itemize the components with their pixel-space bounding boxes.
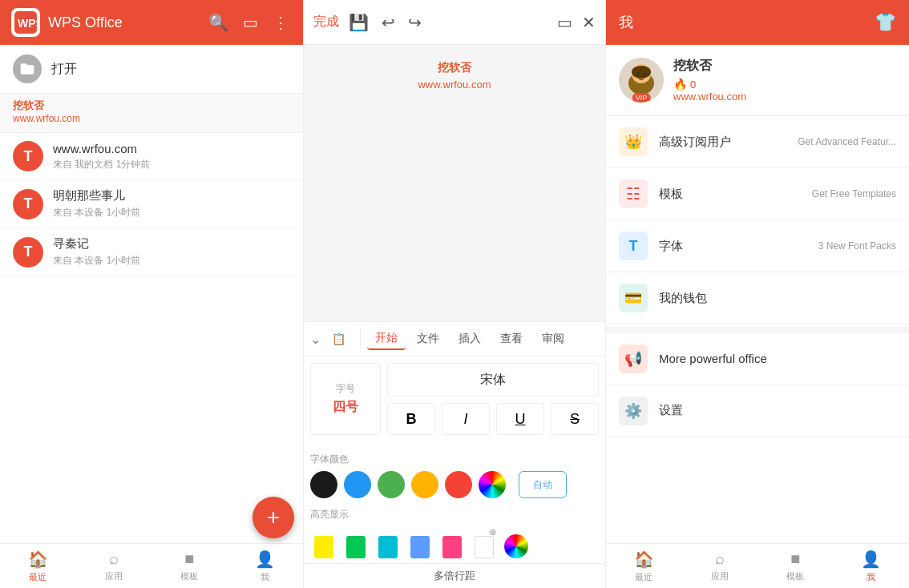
tab-file[interactable]: 文件 — [409, 328, 447, 349]
profile-name: 挖软否 — [673, 58, 712, 75]
menu-label-wallet: 我的钱包 — [659, 291, 885, 306]
templates-icon: ■ — [184, 550, 194, 568]
highlight-green[interactable] — [342, 526, 370, 558]
right-nav-label-templates: 模板 — [786, 570, 804, 582]
fab-add-button[interactable]: + — [252, 497, 294, 538]
separator — [360, 329, 361, 348]
right-nav-label-recent: 最近 — [635, 571, 652, 583]
vip-badge: VIP — [632, 93, 651, 103]
menu-item-more-power[interactable]: 📢 More powerful office — [606, 333, 909, 385]
profile-section: VIP 挖软否 🔥 0 www.wrfou.com — [606, 45, 909, 116]
right-nav-templates[interactable]: ■ 模板 — [758, 544, 834, 588]
menu-item-wallet[interactable]: 💳 我的钱包 — [606, 272, 909, 324]
save-icon[interactable]: 💾 — [345, 10, 372, 35]
list-item[interactable]: T 寻秦记 来自 本设备 1小时前 — [0, 228, 303, 276]
underline-button[interactable]: U — [496, 403, 544, 435]
file-name: 寻秦记 — [53, 236, 290, 252]
watermark-row: 挖软否 www.wrfou.com — [0, 94, 303, 133]
divider — [606, 327, 909, 333]
italic-button[interactable]: I — [442, 403, 490, 435]
fullscreen-icon[interactable]: ▭ — [554, 10, 576, 35]
highlight-yellow[interactable] — [310, 526, 337, 558]
close-icon[interactable]: ✕ — [582, 13, 596, 32]
redo-icon[interactable]: ↪ — [405, 10, 425, 35]
app-title: WPS Office — [48, 14, 197, 31]
collapse-icon[interactable]: ⌄ — [310, 332, 321, 347]
tab-review[interactable]: 审阅 — [534, 328, 572, 349]
highlight-white[interactable]: ◎ — [471, 526, 498, 558]
shirt-icon[interactable]: 👕 — [875, 12, 896, 33]
profile-url: www.wrfou.com — [673, 91, 896, 103]
template-icon: ☷ — [619, 179, 648, 208]
left-bottom-nav: 🏠 最近 ⌕ 应用 ■ 模板 👤 我 — [0, 543, 303, 588]
font-size-val: 四号 — [333, 399, 358, 416]
menu-list-2: 📢 More powerful office ⚙️ 设置 — [606, 333, 909, 544]
color-row: 自动 — [310, 471, 599, 498]
templates-icon-right: ■ — [790, 550, 800, 568]
color-red[interactable] — [445, 471, 472, 498]
color-blue[interactable] — [344, 471, 371, 498]
copy-icon[interactable]: ▭ — [240, 10, 261, 35]
list-item[interactable]: T www.wrfou.com 来自 我的文档 1分钟前 — [0, 133, 303, 180]
file-list: T www.wrfou.com 来自 我的文档 1分钟前 T 明朝那些事儿 来自… — [0, 133, 303, 543]
nav-item-me[interactable]: 👤 我 — [228, 544, 304, 588]
tab-insert[interactable]: 插入 — [450, 328, 489, 349]
more-icon[interactable]: ⋮ — [269, 10, 292, 35]
nav-item-recent[interactable]: 🏠 最近 — [0, 544, 76, 588]
menu-item-templates[interactable]: ☷ 模板 Get Free Templates — [606, 168, 909, 220]
avatar: T — [13, 189, 43, 219]
color-yellow[interactable] — [411, 471, 438, 498]
highlight-pink[interactable] — [438, 526, 466, 558]
highlight-rainbow[interactable] — [503, 526, 530, 558]
menu-item-settings[interactable]: ⚙️ 设置 — [606, 385, 909, 437]
done-button[interactable]: 完成 — [313, 14, 339, 30]
apps-icon-right: ⌕ — [715, 550, 725, 568]
font-row: 字号 四号 宋体 B I U S — [310, 363, 599, 435]
right-nav-apps[interactable]: ⌕ 应用 — [682, 544, 758, 588]
menu-item-fonts[interactable]: T 字体 3 New Font Packs — [606, 220, 909, 272]
wps-logo: WPS — [11, 8, 40, 37]
doc-watermark: 挖软否 — [438, 61, 471, 75]
font-size-label: 字号 — [336, 382, 355, 396]
color-auto-button[interactable]: 自动 — [519, 471, 567, 498]
left-panel: WPS WPS Office 🔍 ▭ ⋮ 打开 挖软否 www.wrfou.co… — [0, 0, 303, 588]
nav-label-apps: 应用 — [105, 570, 123, 582]
open-row[interactable]: 打开 — [0, 45, 303, 94]
tab-view[interactable]: 查看 — [492, 328, 531, 349]
menu-label-fonts: 字体 — [659, 239, 807, 254]
strikethrough-button[interactable]: S — [551, 403, 599, 435]
color-black[interactable] — [310, 471, 337, 498]
font-name-box[interactable]: 宋体 — [387, 363, 599, 397]
middle-panel: 完成 💾 ↩ ↪ ▭ ✕ 挖软否 www.wrfou.com ⌄ 📋 开始 文件… — [303, 0, 606, 588]
bottom-text-label: 多倍行距 — [304, 563, 605, 588]
middle-toolbar: 完成 💾 ↩ ↪ ▭ ✕ — [304, 0, 605, 45]
doc-content: 挖软否 www.wrfou.com — [304, 45, 605, 321]
color-green[interactable] — [378, 471, 405, 498]
color-rainbow[interactable] — [479, 471, 506, 498]
file-meta: 来自 我的文档 1分钟前 — [53, 158, 290, 171]
left-header: WPS WPS Office 🔍 ▭ ⋮ — [0, 0, 303, 45]
watermark-text: 挖软否 — [13, 99, 290, 113]
profile-info: 挖软否 🔥 0 www.wrfou.com — [673, 58, 896, 103]
color-section-label: 字体颜色 — [310, 453, 599, 466]
nav-item-templates[interactable]: ■ 模板 — [152, 544, 228, 588]
tab-start[interactable]: 开始 — [367, 328, 406, 350]
menu-label-more-power: More powerful office — [659, 352, 896, 365]
list-item[interactable]: T 明朝那些事儿 来自 本设备 1小时前 — [0, 180, 303, 228]
highlight-blue[interactable] — [406, 526, 434, 558]
undo-icon[interactable]: ↩ — [378, 10, 398, 35]
toolbar-left: 完成 💾 ↩ ↪ — [313, 10, 425, 35]
nav-item-apps[interactable]: ⌕ 应用 — [76, 544, 152, 588]
highlight-teal[interactable] — [374, 526, 402, 558]
format-btn-clip[interactable]: 📋 — [324, 329, 354, 348]
crown-icon: 👑 — [619, 127, 648, 156]
nav-label-me: 我 — [261, 571, 269, 583]
file-info: 明朝那些事儿 来自 本设备 1小时前 — [53, 188, 290, 219]
right-nav-me[interactable]: 👤 我 — [834, 544, 910, 588]
bold-button[interactable]: B — [387, 403, 435, 435]
search-icon[interactable]: 🔍 — [205, 10, 232, 35]
right-nav-recent[interactable]: 🏠 最近 — [606, 544, 682, 588]
user-icon-right: 👤 — [861, 550, 881, 569]
menu-item-subscription[interactable]: 👑 高级订阅用户 Get Advanced Featur... — [606, 116, 909, 168]
file-info: www.wrfou.com 来自 我的文档 1分钟前 — [53, 142, 290, 171]
